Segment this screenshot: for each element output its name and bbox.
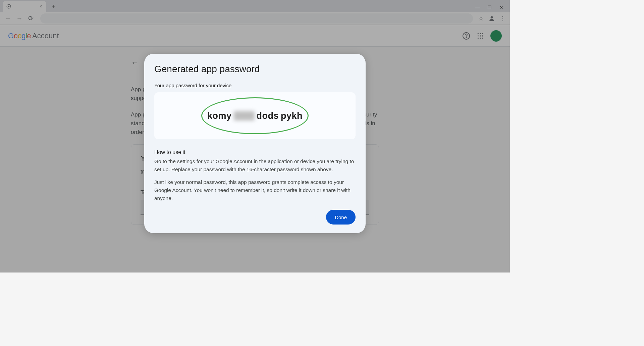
svg-point-10 xyxy=(482,35,483,36)
apps-grid-icon[interactable] xyxy=(477,33,484,39)
svg-point-11 xyxy=(478,38,479,39)
svg-point-4 xyxy=(466,37,467,38)
window-close-icon[interactable]: ✕ xyxy=(498,5,504,10)
app-header: Google Account xyxy=(0,25,510,47)
svg-point-13 xyxy=(482,38,483,39)
tab-close-icon[interactable]: × xyxy=(39,3,43,9)
new-tab-button[interactable]: + xyxy=(49,2,58,11)
svg-point-9 xyxy=(480,35,481,36)
password-display-box: komy dods pykh xyxy=(154,92,356,139)
back-button[interactable]: ← xyxy=(4,15,12,22)
howto-body-1: Go to the settings for your Google Accou… xyxy=(154,157,356,174)
reload-button[interactable]: ⟳ xyxy=(27,14,35,22)
window-controls: — ☐ ✕ xyxy=(474,5,510,10)
generated-password: komy dods pykh xyxy=(207,111,303,121)
svg-point-8 xyxy=(478,35,479,36)
help-icon[interactable] xyxy=(462,32,470,40)
modal-subtitle: Your app password for your device xyxy=(154,83,356,88)
browser-menu-icon[interactable]: ⋮ xyxy=(500,15,506,22)
profile-icon[interactable] xyxy=(488,15,495,22)
minimize-icon[interactable]: — xyxy=(474,5,480,10)
browser-chrome: × + — ☐ ✕ ← → ⟳ ☆ ⋮ xyxy=(0,0,510,25)
svg-point-12 xyxy=(480,38,481,39)
svg-point-2 xyxy=(491,16,493,18)
password-highlight-oval: komy dods pykh xyxy=(201,97,309,134)
account-label: Account xyxy=(32,32,59,40)
app-password-modal: Generated app password Your app password… xyxy=(144,54,366,233)
forward-button[interactable]: → xyxy=(15,15,23,22)
modal-title: Generated app password xyxy=(154,64,356,75)
howto-title: How to use it xyxy=(154,149,356,155)
maximize-icon[interactable]: ☐ xyxy=(486,5,492,10)
google-logo: Google xyxy=(8,32,31,40)
svg-point-7 xyxy=(482,33,483,34)
done-button[interactable]: Done xyxy=(326,210,356,225)
howto-body-2: Just like your normal password, this app… xyxy=(154,178,356,202)
tab-bar: × + — ☐ ✕ xyxy=(0,0,510,12)
avatar[interactable] xyxy=(490,30,502,42)
address-bar: ← → ⟳ ☆ ⋮ xyxy=(0,12,510,25)
bookmark-star-icon[interactable]: ☆ xyxy=(478,15,484,22)
redacted-chunk xyxy=(234,111,255,120)
browser-tab[interactable]: × xyxy=(3,1,46,12)
page-back-icon[interactable]: ← xyxy=(131,58,139,67)
tab-favicon-icon xyxy=(6,4,11,9)
url-field[interactable] xyxy=(40,13,473,23)
svg-point-1 xyxy=(8,6,10,7)
svg-point-5 xyxy=(478,33,479,34)
svg-point-6 xyxy=(480,33,481,34)
